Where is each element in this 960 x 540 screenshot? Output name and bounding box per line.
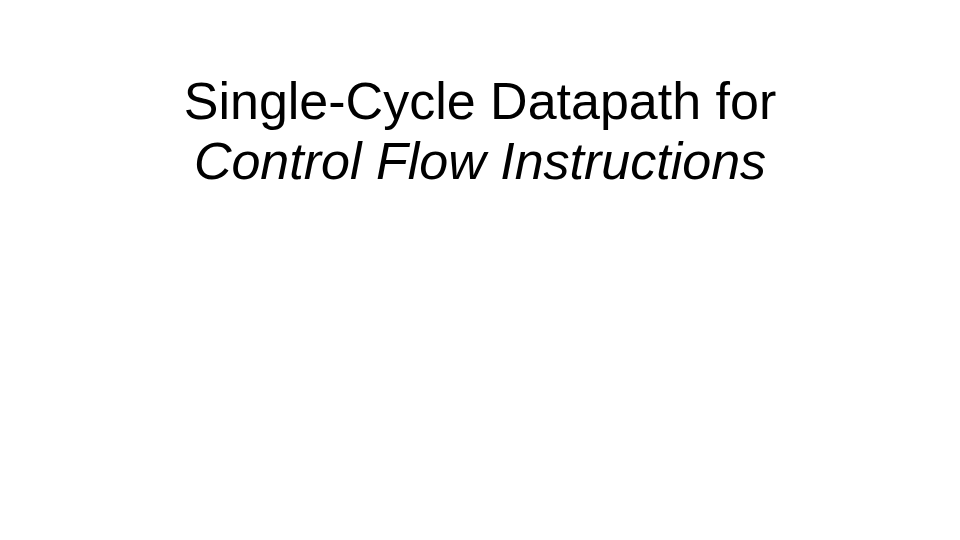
title-line-1: Single-Cycle Datapath for xyxy=(0,72,960,132)
title-line-2: Control Flow Instructions xyxy=(0,132,960,192)
slide-title: Single-Cycle Datapath for Control Flow I… xyxy=(0,72,960,192)
